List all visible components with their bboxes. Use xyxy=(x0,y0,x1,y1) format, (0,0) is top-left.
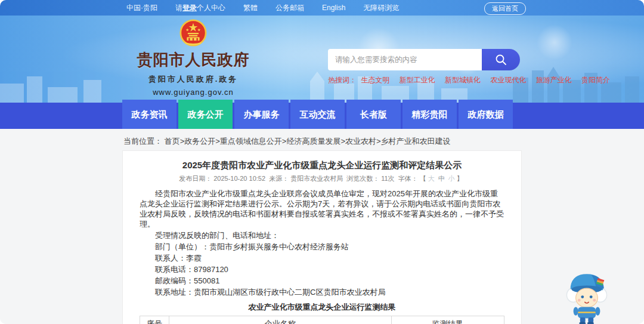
bracket: 】 xyxy=(457,175,463,182)
mascot-assistant[interactable] xyxy=(563,267,611,324)
paragraph-department: 部门（单位）：贵阳市乡村振兴服务中心农村经济服务站 xyxy=(140,242,504,252)
breadcrumb-path[interactable]: 首页>政务公开>重点领域信息公开>经济高质量发展>农业农村>乡村产业和农田建设 xyxy=(165,137,451,146)
source-value: 贵阳市农业农村局 xyxy=(290,175,343,182)
national-emblem-icon xyxy=(179,19,207,47)
english-link[interactable]: English xyxy=(322,4,345,12)
login-prefix: 请 xyxy=(175,4,182,12)
government-portal-page: 中国·贵阳 请登录个人中心 繁體 公务邮箱 English 无障碍浏览 返回首页 xyxy=(0,0,644,324)
search-button[interactable] xyxy=(482,49,520,70)
hot-search-term[interactable]: 农业现代化 xyxy=(490,76,526,84)
font-size-small-button[interactable]: 小 xyxy=(448,175,455,182)
site-subtitle: 贵阳市人民政府.政务 xyxy=(134,74,253,85)
paragraph-contact-phone: 联系电话：87987120 xyxy=(140,264,504,274)
header-cell-result: 监测结果 xyxy=(391,316,504,324)
site-logo[interactable]: 贵阳市人民政府 贵阳市人民政府.政务 www.guiyang.gov.cn xyxy=(134,19,253,97)
paragraph-contact-person: 联系人：李霞 xyxy=(140,253,504,263)
login-suffix: 个人中心 xyxy=(197,4,225,12)
traditional-chinese-link[interactable]: 繁體 xyxy=(243,3,258,13)
font-size-label: 字体： xyxy=(398,175,418,182)
site-url: www.guiyang.gov.cn xyxy=(134,88,253,97)
publish-date: 2025-10-20 10:52 xyxy=(213,175,265,182)
font-size-large-button[interactable]: 大 xyxy=(428,175,435,182)
views-value: 11次 xyxy=(381,175,394,182)
search-box xyxy=(328,49,528,70)
header-cell-no: 序号 xyxy=(140,316,169,324)
result-table-title: 农业产业化市级重点龙头企业运行监测结果 xyxy=(140,302,504,313)
official-mail-link[interactable]: 公务邮箱 xyxy=(275,3,304,13)
main-navigation: 政务资讯 政务公开 办事服务 互动交流 长者版 精彩贵阳 政府数据 xyxy=(0,103,644,129)
nav-tab-zhengfu-shuju[interactable]: 政府数据 xyxy=(459,100,513,129)
table-header-row: 序号 企业名称 监测结果 xyxy=(140,316,504,324)
monitoring-result-table: 序号 企业名称 监测结果 1 贵州合力超市采购有限公司 合格 2 贵州友禾种业有… xyxy=(140,316,504,324)
nav-tab-zhangzhe-ban[interactable]: 长者版 xyxy=(346,100,401,129)
article-title: 2025年度贵阳市农业产业化市级重点龙头企业运行监测和评定结果公示 xyxy=(140,159,504,171)
nav-tab-hudong-jiaoliu[interactable]: 互动交流 xyxy=(290,100,345,129)
header-cell-company: 企业名称 xyxy=(169,316,391,324)
font-size-medium-button[interactable]: 中 xyxy=(438,175,445,182)
breadcrumb-label: 当前位置： xyxy=(123,137,162,146)
login-personal-center-link[interactable]: 请登录个人中心 xyxy=(175,3,225,13)
city-skyline-decoration xyxy=(0,66,644,103)
nav-tabs: 政务资讯 政务公开 办事服务 互动交流 长者版 精彩贵阳 政府数据 xyxy=(122,100,513,129)
login-bold: 登录 xyxy=(182,4,197,12)
search-area: 热搜词： 生态文明 新型工业化 新型城镇化 农业现代化 旅游产业化 贵阳简介 xyxy=(328,49,528,85)
hot-search-term[interactable]: 生态文明 xyxy=(361,76,389,84)
accessibility-link[interactable]: 无障碍浏览 xyxy=(363,3,399,13)
hot-search-term[interactable]: 新型城镇化 xyxy=(445,76,481,84)
site-name: 贵阳市人民政府 xyxy=(134,50,253,70)
hot-search-term[interactable]: 旅游产业化 xyxy=(536,76,572,84)
bokeh-decoration xyxy=(537,24,572,60)
bracket: 【 xyxy=(420,175,426,182)
article-card: 2025年度贵阳市农业产业化市级重点龙头企业运行监测和评定结果公示 发布日期：2… xyxy=(122,150,522,324)
nav-tab-zhengwu-zixun[interactable]: 政务资讯 xyxy=(122,100,177,129)
hot-search-term[interactable]: 贵阳简介 xyxy=(581,76,610,84)
content-area: 当前位置： 首页>政务公开>重点领域信息公开>经济高质量发展>农业农村>乡村产业… xyxy=(0,129,644,324)
paragraph: 经贵阳市农业产业化市级重点龙头企业联席会议成员单位审定，现对2025年开展的农业… xyxy=(140,189,504,229)
publish-date-label: 发布日期： xyxy=(179,175,212,182)
nav-tab-zhengwu-gongkai[interactable]: 政务公开 xyxy=(178,100,233,129)
paragraph: 受理情况反映的部门、电话和地址： xyxy=(140,230,504,240)
top-utility-bar: 中国·贵阳 请登录个人中心 繁體 公务邮箱 English 无障碍浏览 返回首页 xyxy=(0,0,644,16)
views-label: 浏览次数： xyxy=(346,175,379,182)
mascot-icon xyxy=(563,267,611,324)
article-meta: 发布日期：2025-10-20 10:52 来源：贵阳市农业农村局 浏览次数：1… xyxy=(140,174,504,183)
hot-search-row: 热搜词： 生态文明 新型工业化 新型城镇化 农业现代化 旅游产业化 贵阳简介 xyxy=(328,75,528,85)
search-input[interactable] xyxy=(328,49,482,70)
return-home-button[interactable]: 返回首页 xyxy=(484,2,526,15)
search-icon xyxy=(494,53,507,66)
hot-search-label: 热搜词： xyxy=(328,76,357,84)
paragraph-postal-code: 邮政编码：550081 xyxy=(140,276,504,286)
article-body: 经贵阳市农业产业化市级重点龙头企业联席会议成员单位审定，现对2025年开展的农业… xyxy=(140,189,504,297)
paragraph-address: 联系地址：贵阳市观山湖区市级行政中心二期C区贵阳市农业农村局 xyxy=(140,287,504,297)
banner-header: 贵阳市人民政府 贵阳市人民政府.政务 www.guiyang.gov.cn 热搜… xyxy=(0,16,644,103)
hot-search-term[interactable]: 新型工业化 xyxy=(400,76,435,84)
nav-tab-jingcai-guiyang[interactable]: 精彩贵阳 xyxy=(402,100,457,129)
breadcrumb: 当前位置： 首页>政务公开>重点领域信息公开>经济高质量发展>农业农村>乡村产业… xyxy=(0,129,644,147)
nav-tab-banshi-fuwu[interactable]: 办事服务 xyxy=(234,100,289,129)
region-link[interactable]: 中国·贵阳 xyxy=(126,3,157,13)
source-label: 来源： xyxy=(269,175,289,182)
